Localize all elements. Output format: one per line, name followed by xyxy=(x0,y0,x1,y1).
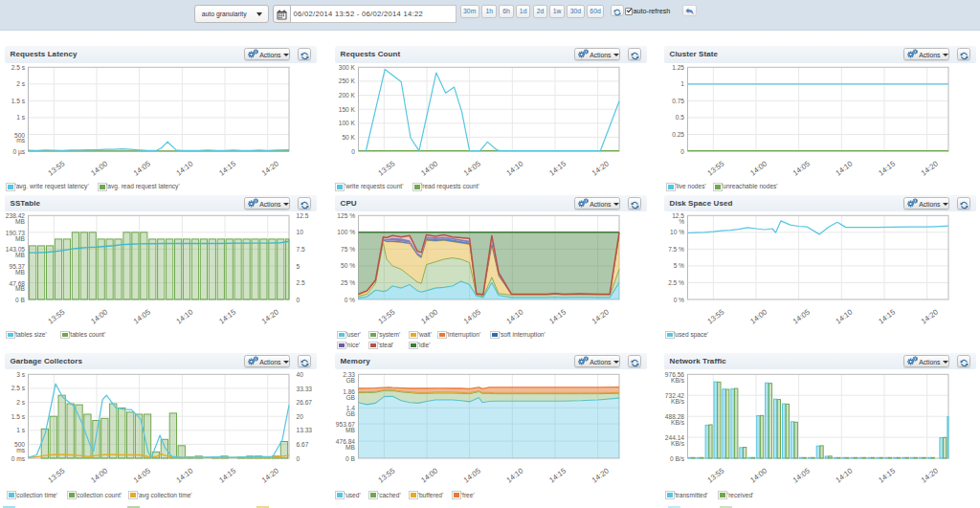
svg-text:14:05: 14:05 xyxy=(132,159,153,177)
svg-text:1: 1 xyxy=(680,80,684,87)
svg-text:0 µs: 0 µs xyxy=(12,147,25,155)
svg-text:0: 0 xyxy=(297,296,301,302)
svg-text:0 B: 0 B xyxy=(15,296,25,302)
svg-text:14:15: 14:15 xyxy=(217,307,238,325)
svg-text:50 K: 50 K xyxy=(342,133,355,140)
svg-text:25 %: 25 % xyxy=(341,279,355,286)
svg-text:14:10: 14:10 xyxy=(505,307,526,325)
svg-text:GB: GB xyxy=(345,410,355,417)
svg-text:MB: MB xyxy=(15,218,25,225)
svg-text:MB: MB xyxy=(15,269,25,276)
svg-text:10: 10 xyxy=(297,229,304,235)
svg-text:14:15: 14:15 xyxy=(547,466,568,484)
svg-text:14:10: 14:10 xyxy=(835,307,856,325)
svg-text:3 s: 3 s xyxy=(16,370,25,377)
svg-text:14:15: 14:15 xyxy=(877,466,898,484)
svg-text:14:20: 14:20 xyxy=(590,159,612,177)
svg-text:50 %: 50 % xyxy=(341,262,355,269)
svg-text:14:10: 14:10 xyxy=(175,307,196,325)
svg-text:14:15: 14:15 xyxy=(547,159,568,177)
svg-text:250 K: 250 K xyxy=(339,77,356,84)
svg-text:14:20: 14:20 xyxy=(920,466,941,484)
svg-text:2.5 s: 2.5 s xyxy=(11,385,26,391)
svg-text:14:05: 14:05 xyxy=(462,159,483,177)
svg-text:14:05: 14:05 xyxy=(462,307,483,325)
svg-text:14:10: 14:10 xyxy=(505,159,526,177)
svg-text:14:05: 14:05 xyxy=(132,466,153,484)
svg-text:1.5 s: 1.5 s xyxy=(11,412,26,419)
svg-text:14:00: 14:00 xyxy=(89,466,110,484)
svg-text:2 s: 2 s xyxy=(16,80,25,87)
svg-text:0: 0 xyxy=(297,454,301,461)
svg-text:14:20: 14:20 xyxy=(590,307,612,325)
svg-text:14:10: 14:10 xyxy=(505,466,526,484)
svg-text:MB: MB xyxy=(15,252,25,258)
svg-text:1.5 s: 1.5 s xyxy=(11,97,26,103)
svg-text:20: 20 xyxy=(297,412,304,419)
svg-text:14:10: 14:10 xyxy=(175,466,196,484)
svg-text:5 %: 5 % xyxy=(674,262,684,269)
svg-text:0.25: 0.25 xyxy=(672,131,684,138)
svg-text:2.5 s: 2.5 s xyxy=(11,63,26,70)
svg-text:14:05: 14:05 xyxy=(791,159,813,177)
svg-text:7.5 %: 7.5 % xyxy=(668,246,684,253)
svg-text:14:00: 14:00 xyxy=(748,159,769,177)
svg-text:13:55: 13:55 xyxy=(47,466,68,484)
svg-text:2.5 %: 2.5 % xyxy=(668,279,684,286)
svg-text:6.67: 6.67 xyxy=(297,441,309,448)
svg-text:GB: GB xyxy=(345,393,355,400)
svg-text:13:55: 13:55 xyxy=(377,466,398,484)
svg-text:14:00: 14:00 xyxy=(419,159,440,177)
svg-text:33.33: 33.33 xyxy=(297,385,313,391)
svg-text:13:55: 13:55 xyxy=(47,307,68,325)
svg-text:14:15: 14:15 xyxy=(217,159,238,177)
svg-text:100 %: 100 % xyxy=(337,229,355,235)
svg-text:26.67: 26.67 xyxy=(297,399,313,406)
svg-text:2 s: 2 s xyxy=(16,399,25,406)
svg-text:14:15: 14:15 xyxy=(877,159,898,177)
svg-text:13:55: 13:55 xyxy=(47,159,68,177)
svg-text:0 B/s: 0 B/s xyxy=(670,454,685,461)
svg-text:14:05: 14:05 xyxy=(132,307,153,325)
svg-text:14:15: 14:15 xyxy=(217,466,238,484)
svg-text:5: 5 xyxy=(297,262,301,269)
svg-text:14:20: 14:20 xyxy=(260,466,281,484)
svg-text:14:00: 14:00 xyxy=(89,307,110,325)
svg-text:14:15: 14:15 xyxy=(877,307,898,325)
svg-text:ms: ms xyxy=(16,137,25,144)
svg-text:14:05: 14:05 xyxy=(791,466,813,484)
svg-text:14:05: 14:05 xyxy=(791,307,813,325)
svg-text:ms: ms xyxy=(16,447,25,453)
svg-text:14:00: 14:00 xyxy=(748,466,769,484)
svg-text:14:00: 14:00 xyxy=(89,159,110,177)
svg-text:14:10: 14:10 xyxy=(835,159,856,177)
svg-text:14:20: 14:20 xyxy=(260,159,281,177)
svg-text:0 %: 0 % xyxy=(345,296,355,302)
svg-text:13:55: 13:55 xyxy=(377,307,398,325)
svg-text:1 s: 1 s xyxy=(16,427,25,433)
svg-text:14:15: 14:15 xyxy=(547,307,568,325)
svg-text:14:10: 14:10 xyxy=(175,159,196,177)
svg-text:KB/s: KB/s xyxy=(671,439,685,446)
svg-text:13:55: 13:55 xyxy=(706,307,727,325)
svg-text:14:20: 14:20 xyxy=(920,159,941,177)
svg-text:1.25: 1.25 xyxy=(672,63,684,70)
svg-text:0.5: 0.5 xyxy=(676,114,684,121)
svg-text:MB: MB xyxy=(345,443,355,450)
svg-text:10 %: 10 % xyxy=(670,229,684,235)
svg-text:0.75: 0.75 xyxy=(672,97,684,103)
svg-text:7.5: 7.5 xyxy=(297,246,305,253)
svg-text:2.5: 2.5 xyxy=(297,279,305,286)
svg-text:0 B: 0 B xyxy=(345,454,355,461)
svg-text:200 K: 200 K xyxy=(339,92,356,99)
svg-text:14:00: 14:00 xyxy=(748,307,769,325)
svg-text:%: % xyxy=(679,218,684,225)
svg-text:40: 40 xyxy=(297,370,304,377)
svg-text:KB/s: KB/s xyxy=(671,377,685,384)
svg-text:14:10: 14:10 xyxy=(835,466,856,484)
svg-text:14:20: 14:20 xyxy=(260,307,281,325)
svg-text:14:00: 14:00 xyxy=(419,466,440,484)
svg-text:KB/s: KB/s xyxy=(671,419,685,426)
svg-text:13.33: 13.33 xyxy=(297,427,313,433)
svg-text:0: 0 xyxy=(680,147,684,154)
